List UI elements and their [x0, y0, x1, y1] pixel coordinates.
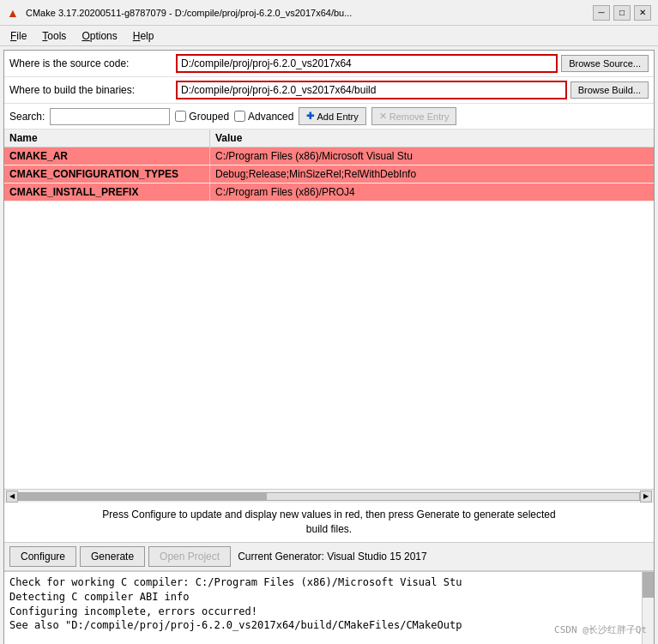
advanced-label: Advanced: [248, 111, 293, 123]
source-input[interactable]: [178, 56, 556, 71]
status-line: Press Configure to update and display ne…: [102, 509, 555, 535]
build-input-wrapper: [176, 81, 567, 99]
scroll-track[interactable]: [18, 492, 640, 501]
search-label: Search:: [9, 111, 45, 123]
log-line: Configuring incomplete, errors occurred!: [9, 605, 649, 619]
source-path-row: Where is the source code: Browse Source.…: [4, 51, 654, 77]
bottom-bar: Configure Generate Open Project Current …: [4, 543, 654, 571]
advanced-checkbox-group[interactable]: Advanced: [234, 111, 293, 123]
configure-button[interactable]: Configure: [9, 546, 76, 567]
row-name: CMAKE_CONFIGURATION_TYPES: [4, 166, 210, 183]
advanced-checkbox[interactable]: [234, 111, 245, 122]
add-icon: ✚: [306, 111, 314, 122]
config-table: Name Value CMAKE_AR C:/Program Files (x8…: [4, 129, 654, 503]
maximize-button[interactable]: □: [613, 5, 631, 21]
remove-entry-label: Remove Entry: [389, 111, 450, 122]
col-header-value: Value: [210, 129, 654, 147]
build-label: Where to build the binaries:: [9, 84, 172, 96]
table-row[interactable]: CMAKE_INSTALL_PREFIX C:/Program Files (x…: [4, 184, 654, 202]
search-input[interactable]: [50, 108, 170, 125]
log-line: Check for working C compiler: C:/Program…: [9, 575, 649, 590]
generate-button[interactable]: Generate: [80, 546, 145, 567]
source-input-wrapper: [176, 54, 558, 73]
grouped-checkbox-group[interactable]: Grouped: [175, 111, 229, 123]
menu-help[interactable]: Help: [126, 28, 161, 44]
browse-source-button[interactable]: Browse Source...: [561, 55, 649, 72]
source-label: Where is the source code:: [9, 57, 172, 69]
remove-icon: ✕: [379, 111, 387, 122]
col-header-name: Name: [4, 129, 210, 147]
remove-entry-button[interactable]: ✕ Remove Entry: [371, 107, 457, 125]
build-input[interactable]: [178, 82, 565, 98]
row-name: CMAKE_INSTALL_PREFIX: [4, 184, 210, 201]
menu-file[interactable]: File: [3, 28, 33, 44]
table-row[interactable]: CMAKE_CONFIGURATION_TYPES Debug;Release;…: [4, 166, 654, 184]
main-window: Where is the source code: Browse Source.…: [3, 50, 655, 644]
menu-bar: File Tools Options Help: [0, 26, 658, 46]
table-row[interactable]: CMAKE_AR C:/Program Files (x86)/Microsof…: [4, 147, 654, 166]
log-line: See also "D:/compile/proj/proj-6.2.0_vs2…: [9, 618, 649, 633]
status-text: Press Configure to update and display ne…: [4, 503, 654, 543]
scroll-right-button[interactable]: ▶: [640, 491, 652, 503]
watermark: CSDN @长沙红胖子Qt: [554, 623, 647, 636]
table-body[interactable]: CMAKE_AR C:/Program Files (x86)/Microsof…: [4, 147, 654, 446]
row-value: Debug;Release;MinSizeRel;RelWithDebInfo: [210, 166, 654, 183]
menu-tools[interactable]: Tools: [35, 28, 73, 44]
menu-options[interactable]: Options: [75, 28, 124, 44]
row-value: C:/Program Files (x86)/PROJ4: [210, 184, 654, 201]
log-scrollbar-thumb[interactable]: [643, 572, 654, 598]
log-line: Detecting C compiler ABI info: [9, 590, 649, 605]
scroll-thumb[interactable]: [19, 493, 267, 500]
browse-build-button[interactable]: Browse Build...: [570, 81, 649, 99]
title-bar: ▲ CMake 3.17.20200511-g8787079 - D:/comp…: [0, 0, 658, 26]
title-bar-left: ▲ CMake 3.17.20200511-g8787079 - D:/comp…: [7, 6, 352, 20]
log-area: Check for working C compiler: C:/Program…: [4, 571, 654, 644]
row-value: C:/Program Files (x86)/Microsoft Visual …: [210, 147, 654, 165]
app-icon: ▲: [7, 6, 21, 20]
grouped-checkbox[interactable]: [175, 111, 186, 122]
window-title: CMake 3.17.20200511-g8787079 - D:/compil…: [26, 8, 352, 18]
add-entry-button[interactable]: ✚ Add Entry: [299, 107, 365, 125]
table-header: Name Value: [4, 129, 654, 147]
minimize-button[interactable]: ─: [593, 5, 610, 21]
build-path-row: Where to build the binaries: Browse Buil…: [4, 77, 654, 104]
open-project-button[interactable]: Open Project: [148, 546, 231, 567]
log-lines: Check for working C compiler: C:/Program…: [9, 575, 649, 633]
title-bar-controls: ─ □ ✕: [593, 5, 651, 21]
grouped-label: Grouped: [189, 111, 229, 123]
close-button[interactable]: ✕: [634, 5, 651, 21]
generator-text: Current Generator: Visual Studio 15 2017: [238, 551, 427, 563]
table-empty-space: [4, 446, 654, 489]
row-name: CMAKE_AR: [4, 147, 210, 165]
add-entry-label: Add Entry: [317, 111, 358, 122]
scroll-left-button[interactable]: ◀: [6, 491, 18, 503]
toolbar-row: Search: Grouped Advanced ✚ Add Entry ✕ R…: [4, 104, 654, 129]
horizontal-scrollbar[interactable]: ◀ ▶: [4, 489, 654, 503]
